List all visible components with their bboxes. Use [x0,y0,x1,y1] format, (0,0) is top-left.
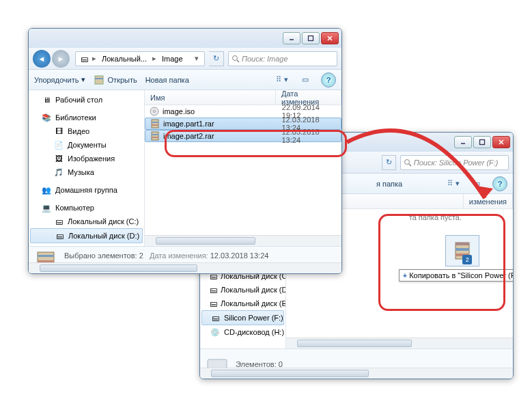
maximize-button[interactable] [302,32,320,44]
desktop-icon: 🖥 [41,94,52,105]
file-name-text: image.iso [163,107,195,115]
close-button[interactable] [492,136,510,148]
new-folder-button[interactable]: Новая папка [145,76,189,84]
svg-rect-23 [152,124,158,126]
svg-rect-1 [480,140,485,145]
file-row[interactable]: image.part2.rar12.03.2018 13:24 [145,130,341,142]
disc-icon: 💿 [210,327,221,338]
homegroup-icon: 👥 [41,184,52,195]
file-date-text: 12.03.2018 13:24 [281,128,339,144]
tree-cd-drive[interactable]: 💿CD-дисковод (H:) [200,325,285,339]
svg-rect-22 [152,122,158,123]
rar-icon [150,131,160,141]
chevron-down-icon[interactable]: ▾ [192,54,201,63]
toolbar: Упорядочить ▾ Открыть Новая папка ⠿ ▾ ▭ … [29,70,341,90]
search-icon [232,55,240,63]
preview-pane-icon[interactable]: ▭ [469,177,484,191]
forward-button[interactable]: ► [52,50,70,68]
view-options-icon[interactable]: ⠿ ▾ [275,73,290,87]
close-button[interactable] [321,32,339,44]
minimize-button[interactable] [454,136,472,148]
tree-documents[interactable]: 📄Документы [29,138,144,152]
svg-point-20 [154,111,156,113]
drive-icon: 🖴 [79,53,89,64]
search-placeholder: Поиск: Image [242,55,288,63]
tree-desktop[interactable]: 🖥Рабочий стол [29,93,144,107]
tree-disk-d[interactable]: 🖴Локальный диск (D:) [200,283,285,297]
drive-icon: 🖴 [210,298,217,309]
tree-disk-e[interactable]: 🖴Локальный диск (E:) [29,243,144,246]
svg-rect-28 [38,255,54,257]
svg-rect-7 [456,243,469,245]
copy-tooltip-text: Копировать в "Silicon Power (F:)" [409,271,514,279]
video-icon: 🎞 [53,126,64,137]
tree-disk-e[interactable]: 🖴Локальный диск (E:) [200,297,285,310]
svg-rect-26 [152,137,158,138]
nav-tree[interactable]: 🖥Рабочий стол 📚Библиотеки 🎞Видео 📄Докуме… [29,90,145,246]
search-input[interactable]: Поиск: Image [228,51,337,66]
col-date[interactable]: изменения [464,194,513,208]
computer-icon: 💻 [41,202,52,213]
refresh-button[interactable]: ↻ [382,155,396,170]
new-folder-button[interactable]: я папка [376,180,402,188]
help-button[interactable]: ? [321,72,336,87]
plus-icon: + [403,271,407,279]
svg-line-5 [409,164,411,166]
open-button[interactable]: Открыть [94,74,137,85]
drag-count-badge: 2 [462,255,472,264]
picture-icon: 🖼 [53,153,64,164]
col-date[interactable]: Дата изменения [276,90,341,105]
chevron-right-icon: ▸ [89,54,99,63]
breadcrumb-part[interactable]: Image [159,55,186,63]
search-input[interactable]: Поиск: Silicon Power (F:) [400,155,509,170]
document-icon: 📄 [53,139,64,150]
organize-button[interactable]: Упорядочить ▾ [34,75,85,84]
tree-silicon-power[interactable]: 🖴Silicon Power (F:) [201,310,284,325]
tree-homegroup[interactable]: 👥Домашняя группа [29,183,144,197]
minimize-button[interactable] [283,32,300,44]
explorer-window-source[interactable]: ◄ ► 🖴 ▸ Локальный... ▸ Image ▾ ↻ Поиск: … [28,28,342,274]
col-name[interactable]: Имя [145,90,276,105]
disc-icon [149,106,160,117]
empty-folder-message: та папка пуста. [409,209,513,226]
preview-pane-icon[interactable]: ▭ [298,73,313,87]
music-icon: 🎵 [53,167,64,178]
rar-icon [150,118,160,129]
rar-icon [94,74,104,85]
maximize-button[interactable] [473,136,491,148]
tree-video[interactable]: 🎞Видео [29,124,144,138]
tree-computer[interactable]: 💻Компьютер [29,201,144,215]
help-button[interactable]: ? [492,176,507,191]
svg-rect-8 [456,248,469,251]
drive-icon: 🖴 [53,216,64,227]
svg-point-4 [404,159,409,164]
chevron-right-icon: ▸ [150,54,159,63]
view-options-icon[interactable]: ⠿ ▾ [446,177,461,191]
tree-disk-c[interactable]: 🖴Локальный диск (C:) [29,215,144,228]
svg-rect-17 [95,76,103,84]
refresh-button[interactable]: ↻ [209,51,224,66]
tree-music[interactable]: 🎵Музыка [29,165,144,179]
tree-disk-d[interactable]: 🖴Локальный диск (D:) [30,228,143,243]
back-button[interactable]: ◄ [33,50,51,68]
svg-rect-18 [95,78,103,79]
svg-rect-25 [152,134,158,135]
drive-icon: 🖴 [54,230,65,241]
library-icon: 📚 [41,112,52,123]
breadcrumb-part[interactable]: Локальный... [99,55,150,63]
file-list[interactable]: Имя Дата изменения image.iso22.09.2014 1… [145,90,341,246]
content-scrollbar[interactable] [286,338,513,348]
drive-icon: 🖴 [210,284,217,295]
drag-thumbnail: 2 [445,235,479,266]
search-placeholder: Поиск: Silicon Power (F:) [414,159,499,167]
breadcrumb[interactable]: 🖴 ▸ Локальный... ▸ Image ▾ [75,51,205,66]
svg-point-15 [233,55,238,60]
content-scrollbar[interactable] [145,235,341,246]
svg-rect-24 [152,132,158,140]
titlebar[interactable] [29,29,341,48]
svg-rect-21 [152,120,158,128]
tree-libraries[interactable]: 📚Библиотеки [29,111,144,124]
search-icon [404,159,412,167]
drag-preview: 2 + Копировать в "Silicon Power (F:)" [399,235,514,282]
tree-pictures[interactable]: 🖼Изображения [29,152,144,165]
